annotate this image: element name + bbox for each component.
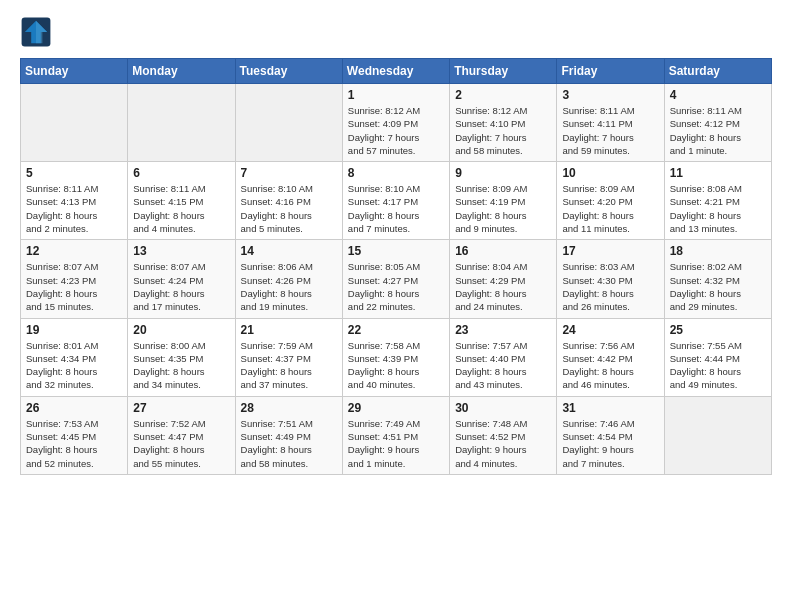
day-info: Sunrise: 8:10 AM Sunset: 4:16 PM Dayligh… <box>241 182 337 235</box>
calendar-day-23: 23Sunrise: 7:57 AM Sunset: 4:40 PM Dayli… <box>450 318 557 396</box>
day-number: 31 <box>562 401 658 415</box>
calendar-day-25: 25Sunrise: 7:55 AM Sunset: 4:44 PM Dayli… <box>664 318 771 396</box>
day-number: 23 <box>455 323 551 337</box>
calendar-day-10: 10Sunrise: 8:09 AM Sunset: 4:20 PM Dayli… <box>557 162 664 240</box>
day-number: 5 <box>26 166 122 180</box>
day-info: Sunrise: 8:00 AM Sunset: 4:35 PM Dayligh… <box>133 339 229 392</box>
day-info: Sunrise: 8:01 AM Sunset: 4:34 PM Dayligh… <box>26 339 122 392</box>
day-number: 3 <box>562 88 658 102</box>
day-info: Sunrise: 8:09 AM Sunset: 4:19 PM Dayligh… <box>455 182 551 235</box>
day-info: Sunrise: 7:55 AM Sunset: 4:44 PM Dayligh… <box>670 339 766 392</box>
logo <box>20 16 56 48</box>
calendar-table: SundayMondayTuesdayWednesdayThursdayFrid… <box>20 58 772 475</box>
day-number: 6 <box>133 166 229 180</box>
calendar-day-20: 20Sunrise: 8:00 AM Sunset: 4:35 PM Dayli… <box>128 318 235 396</box>
day-info: Sunrise: 8:07 AM Sunset: 4:24 PM Dayligh… <box>133 260 229 313</box>
day-number: 11 <box>670 166 766 180</box>
calendar-week-row: 19Sunrise: 8:01 AM Sunset: 4:34 PM Dayli… <box>21 318 772 396</box>
calendar-day-31: 31Sunrise: 7:46 AM Sunset: 4:54 PM Dayli… <box>557 396 664 474</box>
day-info: Sunrise: 8:11 AM Sunset: 4:12 PM Dayligh… <box>670 104 766 157</box>
calendar-day-2: 2Sunrise: 8:12 AM Sunset: 4:10 PM Daylig… <box>450 84 557 162</box>
day-number: 14 <box>241 244 337 258</box>
day-info: Sunrise: 7:46 AM Sunset: 4:54 PM Dayligh… <box>562 417 658 470</box>
calendar-day-18: 18Sunrise: 8:02 AM Sunset: 4:32 PM Dayli… <box>664 240 771 318</box>
day-number: 21 <box>241 323 337 337</box>
day-number: 25 <box>670 323 766 337</box>
day-info: Sunrise: 8:03 AM Sunset: 4:30 PM Dayligh… <box>562 260 658 313</box>
day-info: Sunrise: 8:11 AM Sunset: 4:15 PM Dayligh… <box>133 182 229 235</box>
calendar-empty-cell <box>128 84 235 162</box>
calendar-empty-cell <box>664 396 771 474</box>
day-number: 17 <box>562 244 658 258</box>
day-info: Sunrise: 8:08 AM Sunset: 4:21 PM Dayligh… <box>670 182 766 235</box>
day-info: Sunrise: 8:11 AM Sunset: 4:13 PM Dayligh… <box>26 182 122 235</box>
day-number: 24 <box>562 323 658 337</box>
day-number: 12 <box>26 244 122 258</box>
calendar-day-6: 6Sunrise: 8:11 AM Sunset: 4:15 PM Daylig… <box>128 162 235 240</box>
day-number: 7 <box>241 166 337 180</box>
calendar-day-21: 21Sunrise: 7:59 AM Sunset: 4:37 PM Dayli… <box>235 318 342 396</box>
calendar-day-1: 1Sunrise: 8:12 AM Sunset: 4:09 PM Daylig… <box>342 84 449 162</box>
calendar-day-28: 28Sunrise: 7:51 AM Sunset: 4:49 PM Dayli… <box>235 396 342 474</box>
calendar-day-22: 22Sunrise: 7:58 AM Sunset: 4:39 PM Dayli… <box>342 318 449 396</box>
day-number: 18 <box>670 244 766 258</box>
calendar-empty-cell <box>235 84 342 162</box>
day-number: 20 <box>133 323 229 337</box>
calendar-day-26: 26Sunrise: 7:53 AM Sunset: 4:45 PM Dayli… <box>21 396 128 474</box>
day-info: Sunrise: 8:07 AM Sunset: 4:23 PM Dayligh… <box>26 260 122 313</box>
calendar-day-19: 19Sunrise: 8:01 AM Sunset: 4:34 PM Dayli… <box>21 318 128 396</box>
calendar-day-16: 16Sunrise: 8:04 AM Sunset: 4:29 PM Dayli… <box>450 240 557 318</box>
calendar-week-row: 26Sunrise: 7:53 AM Sunset: 4:45 PM Dayli… <box>21 396 772 474</box>
calendar-day-29: 29Sunrise: 7:49 AM Sunset: 4:51 PM Dayli… <box>342 396 449 474</box>
day-info: Sunrise: 7:49 AM Sunset: 4:51 PM Dayligh… <box>348 417 444 470</box>
day-info: Sunrise: 7:58 AM Sunset: 4:39 PM Dayligh… <box>348 339 444 392</box>
day-number: 4 <box>670 88 766 102</box>
calendar-day-9: 9Sunrise: 8:09 AM Sunset: 4:19 PM Daylig… <box>450 162 557 240</box>
calendar-day-15: 15Sunrise: 8:05 AM Sunset: 4:27 PM Dayli… <box>342 240 449 318</box>
day-number: 22 <box>348 323 444 337</box>
day-info: Sunrise: 8:09 AM Sunset: 4:20 PM Dayligh… <box>562 182 658 235</box>
day-info: Sunrise: 8:11 AM Sunset: 4:11 PM Dayligh… <box>562 104 658 157</box>
calendar-day-3: 3Sunrise: 8:11 AM Sunset: 4:11 PM Daylig… <box>557 84 664 162</box>
day-number: 19 <box>26 323 122 337</box>
day-number: 2 <box>455 88 551 102</box>
day-number: 27 <box>133 401 229 415</box>
day-info: Sunrise: 8:10 AM Sunset: 4:17 PM Dayligh… <box>348 182 444 235</box>
day-number: 1 <box>348 88 444 102</box>
weekday-header-monday: Monday <box>128 59 235 84</box>
day-info: Sunrise: 8:06 AM Sunset: 4:26 PM Dayligh… <box>241 260 337 313</box>
day-number: 10 <box>562 166 658 180</box>
day-info: Sunrise: 8:02 AM Sunset: 4:32 PM Dayligh… <box>670 260 766 313</box>
calendar-day-17: 17Sunrise: 8:03 AM Sunset: 4:30 PM Dayli… <box>557 240 664 318</box>
day-number: 16 <box>455 244 551 258</box>
day-number: 13 <box>133 244 229 258</box>
calendar-week-row: 1Sunrise: 8:12 AM Sunset: 4:09 PM Daylig… <box>21 84 772 162</box>
day-info: Sunrise: 7:57 AM Sunset: 4:40 PM Dayligh… <box>455 339 551 392</box>
day-info: Sunrise: 7:56 AM Sunset: 4:42 PM Dayligh… <box>562 339 658 392</box>
day-info: Sunrise: 7:53 AM Sunset: 4:45 PM Dayligh… <box>26 417 122 470</box>
weekday-header-row: SundayMondayTuesdayWednesdayThursdayFrid… <box>21 59 772 84</box>
header <box>20 16 772 48</box>
calendar-day-5: 5Sunrise: 8:11 AM Sunset: 4:13 PM Daylig… <box>21 162 128 240</box>
weekday-header-sunday: Sunday <box>21 59 128 84</box>
day-info: Sunrise: 8:12 AM Sunset: 4:09 PM Dayligh… <box>348 104 444 157</box>
day-number: 9 <box>455 166 551 180</box>
weekday-header-tuesday: Tuesday <box>235 59 342 84</box>
calendar-week-row: 12Sunrise: 8:07 AM Sunset: 4:23 PM Dayli… <box>21 240 772 318</box>
day-info: Sunrise: 7:51 AM Sunset: 4:49 PM Dayligh… <box>241 417 337 470</box>
day-number: 8 <box>348 166 444 180</box>
day-info: Sunrise: 7:48 AM Sunset: 4:52 PM Dayligh… <box>455 417 551 470</box>
day-info: Sunrise: 8:12 AM Sunset: 4:10 PM Dayligh… <box>455 104 551 157</box>
calendar-day-24: 24Sunrise: 7:56 AM Sunset: 4:42 PM Dayli… <box>557 318 664 396</box>
calendar-empty-cell <box>21 84 128 162</box>
calendar-day-14: 14Sunrise: 8:06 AM Sunset: 4:26 PM Dayli… <box>235 240 342 318</box>
page: SundayMondayTuesdayWednesdayThursdayFrid… <box>0 0 792 491</box>
calendar-day-11: 11Sunrise: 8:08 AM Sunset: 4:21 PM Dayli… <box>664 162 771 240</box>
weekday-header-thursday: Thursday <box>450 59 557 84</box>
day-number: 28 <box>241 401 337 415</box>
logo-icon <box>20 16 52 48</box>
day-number: 15 <box>348 244 444 258</box>
day-info: Sunrise: 7:59 AM Sunset: 4:37 PM Dayligh… <box>241 339 337 392</box>
calendar-day-30: 30Sunrise: 7:48 AM Sunset: 4:52 PM Dayli… <box>450 396 557 474</box>
calendar-day-8: 8Sunrise: 8:10 AM Sunset: 4:17 PM Daylig… <box>342 162 449 240</box>
